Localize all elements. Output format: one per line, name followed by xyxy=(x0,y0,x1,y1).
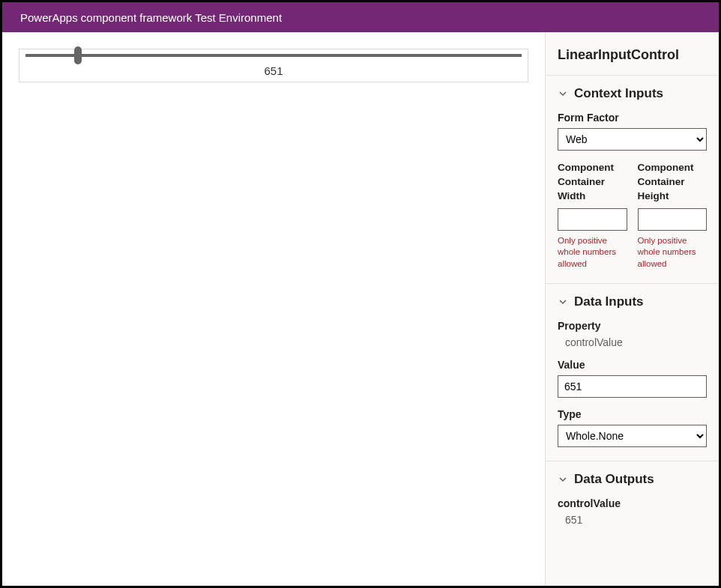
container-height-error: Only positive whole numbers allowed xyxy=(638,235,708,270)
container-width-error: Only positive whole numbers allowed xyxy=(558,235,627,270)
container-height-input[interactable] xyxy=(638,208,708,231)
type-select[interactable]: Whole.None xyxy=(558,425,707,447)
header-bar: PowerApps component framework Test Envir… xyxy=(2,2,719,32)
output-control-value-value: 651 xyxy=(558,514,707,526)
container-width-input[interactable] xyxy=(558,208,627,231)
container-height-label: Component Container Height xyxy=(638,161,708,204)
chevron-down-icon xyxy=(558,297,568,307)
value-label: Value xyxy=(558,359,707,371)
header-title: PowerApps component framework Test Envir… xyxy=(20,11,282,24)
slider-value-label: 651 xyxy=(19,57,528,82)
field-container-width: Component Container Width Only positive … xyxy=(558,161,627,270)
property-name: controlValue xyxy=(558,336,707,348)
properties-panel: LinearInputControl Context Inputs Form F… xyxy=(545,32,719,586)
linear-slider[interactable] xyxy=(25,54,522,57)
form-factor-label: Form Factor xyxy=(558,112,707,124)
field-property: Property controlValue xyxy=(558,320,707,348)
property-label: Property xyxy=(558,320,707,332)
chevron-down-icon xyxy=(558,88,568,99)
app-frame: PowerApps component framework Test Envir… xyxy=(2,2,719,586)
form-factor-select[interactable]: Web xyxy=(558,128,707,151)
container-width-label: Component Container Width xyxy=(558,161,627,204)
main-area: 651 LinearInputControl Context Inputs Fo… xyxy=(2,32,719,586)
output-control-value: controlValue 651 xyxy=(558,497,707,526)
section-header-data-outputs[interactable]: Data Outputs xyxy=(558,472,707,487)
slider-wrapper xyxy=(19,49,528,57)
container-dimensions-row: Component Container Width Only positive … xyxy=(558,161,707,270)
canvas-area: 651 xyxy=(2,32,545,586)
section-header-context-inputs[interactable]: Context Inputs xyxy=(558,86,707,101)
output-control-value-label: controlValue xyxy=(558,497,707,509)
section-title-data-inputs: Data Inputs xyxy=(574,294,644,309)
section-title-context-inputs: Context Inputs xyxy=(574,86,663,101)
section-data-outputs: Data Outputs controlValue 651 xyxy=(546,461,719,539)
section-header-data-inputs[interactable]: Data Inputs xyxy=(558,294,707,309)
panel-title: LinearInputControl xyxy=(546,32,719,76)
type-label: Type xyxy=(558,408,707,420)
field-container-height: Component Container Height Only positive… xyxy=(638,161,708,270)
section-context-inputs: Context Inputs Form Factor Web Component… xyxy=(546,76,719,284)
section-data-inputs: Data Inputs Property controlValue Value … xyxy=(546,284,719,461)
field-type: Type Whole.None xyxy=(558,408,707,447)
field-value: Value xyxy=(558,359,707,398)
linear-input-control: 651 xyxy=(19,49,528,82)
chevron-down-icon xyxy=(558,474,568,485)
field-form-factor: Form Factor Web xyxy=(558,112,707,151)
value-input[interactable] xyxy=(558,375,707,398)
section-title-data-outputs: Data Outputs xyxy=(574,472,654,487)
